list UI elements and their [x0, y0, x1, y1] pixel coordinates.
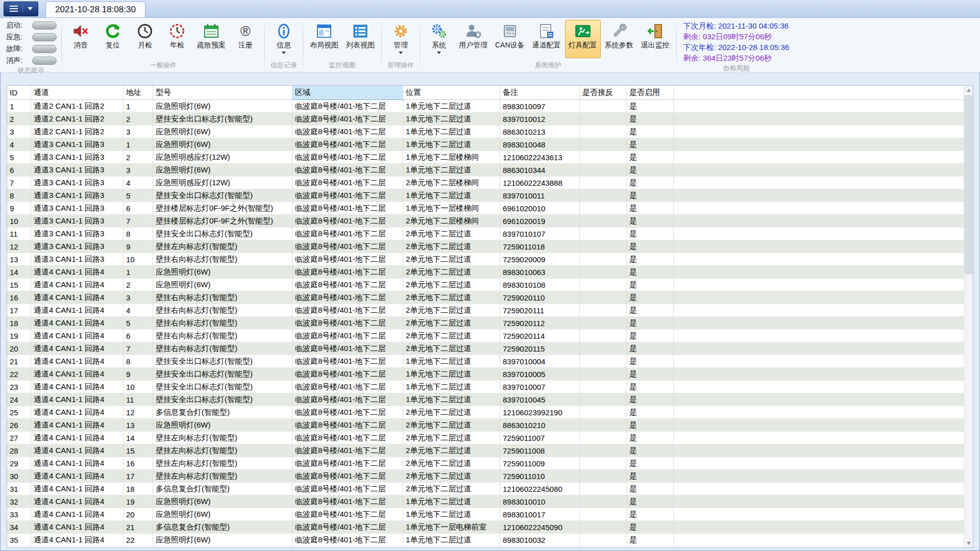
cell-reversed[interactable] [580, 432, 627, 444]
cell-area[interactable]: 临波庭8号楼/401-地下二层 [292, 381, 403, 393]
cell-reversed[interactable] [580, 291, 627, 304]
cell-enabled[interactable]: 是 [627, 304, 674, 317]
cell-id[interactable]: 15 [7, 279, 31, 291]
cell-channel[interactable]: 通道4 CAN1-1 回路4 [31, 342, 124, 355]
cell-channel[interactable]: 通道3 CAN1-1 回路3 [31, 228, 124, 240]
cell-remark[interactable]: 8983010032 [500, 534, 580, 546]
cell-remark[interactable]: 8397010045 [500, 393, 580, 406]
cell-area[interactable]: 临波庭8号楼/401-地下二层 [292, 521, 403, 534]
cell-remark[interactable]: 7259011007 [500, 432, 580, 444]
cell-position[interactable]: 2单元地下二层过道 [403, 419, 500, 432]
cell-id[interactable]: 1 [7, 100, 31, 113]
cell-reversed[interactable] [580, 495, 627, 508]
cell-area[interactable]: 临波庭8号楼/401-地下二层 [292, 406, 403, 419]
cell-address[interactable]: 2 [124, 113, 153, 126]
cell-remark[interactable]: 6961020010 [500, 202, 580, 215]
cell-position[interactable]: 1单元地下二层过道 [403, 495, 500, 508]
cell-id[interactable]: 6 [7, 164, 31, 177]
cell-area[interactable]: 临波庭8号楼/401-地下二层 [292, 151, 403, 164]
cell-remark[interactable]: 8397010012 [500, 113, 580, 126]
cell-enabled[interactable]: 是 [627, 393, 674, 406]
cell-enabled[interactable]: 是 [627, 279, 674, 291]
cell-address[interactable]: 20 [124, 508, 153, 521]
table-row[interactable]: 3通道2 CAN1-1 回路23应急照明灯(6W)临波庭8号楼/401-地下二层… [7, 126, 964, 138]
cell-address[interactable]: 5 [124, 317, 153, 330]
cell-reversed[interactable] [580, 177, 627, 189]
table-row[interactable]: 31通道4 CAN1-1 回路418多信息复合灯(智能型)临波庭8号楼/401-… [7, 483, 964, 495]
cell-channel[interactable]: 通道4 CAN1-1 回路4 [31, 495, 124, 508]
cell-remark[interactable]: 8397010004 [500, 355, 580, 368]
cell-position[interactable]: 1单元地下二层过道 [403, 100, 500, 113]
cell-model[interactable]: 壁挂左向标志灯(智能型) [153, 240, 292, 253]
cell-channel[interactable]: 通道3 CAN1-1 回路3 [31, 240, 124, 253]
cell-remark[interactable]: 8983010010 [500, 495, 580, 508]
cell-id[interactable]: 12 [7, 240, 31, 253]
channel-config-button[interactable]: 通道配置 [529, 20, 565, 58]
cell-area[interactable]: 临波庭8号楼/401-地下二层 [292, 393, 403, 406]
cell-remark[interactable]: 8983010048 [500, 138, 580, 151]
cell-reversed[interactable] [580, 228, 627, 240]
cell-id[interactable]: 33 [7, 508, 31, 521]
table-row[interactable]: 10通道3 CAN1-1 回路37壁挂楼层标志灯0F-9F之外(智能型)临波庭8… [7, 215, 964, 228]
cell-remark[interactable]: 12106022245080 [500, 483, 580, 495]
cell-remark[interactable]: 8983010108 [500, 279, 580, 291]
cell-channel[interactable]: 通道4 CAN1-1 回路4 [31, 470, 124, 483]
cell-enabled[interactable]: 是 [627, 483, 674, 495]
cell-position[interactable]: 1单元地下二层楼梯间 [403, 151, 500, 164]
cell-remark[interactable]: 7259020115 [500, 342, 580, 355]
cell-channel[interactable]: 通道3 CAN1-1 回路3 [31, 177, 124, 189]
cell-reversed[interactable] [580, 202, 627, 215]
cell-model[interactable]: 应急照明灯(6W) [153, 266, 292, 279]
cell-id[interactable]: 32 [7, 495, 31, 508]
cell-channel[interactable]: 通道4 CAN1-1 回路4 [31, 406, 124, 419]
cell-remark[interactable]: 8397010011 [500, 189, 580, 202]
cell-remark[interactable]: 7259020112 [500, 317, 580, 330]
can-device-button[interactable]: CAN设备 [492, 20, 528, 58]
cell-remark[interactable]: 7259020009 [500, 253, 580, 266]
cell-reversed[interactable] [580, 521, 627, 534]
cell-address[interactable]: 9 [124, 240, 153, 253]
cell-reversed[interactable] [580, 330, 627, 342]
cell-position[interactable]: 2单元地下二层过道 [403, 406, 500, 419]
cell-id[interactable]: 23 [7, 381, 31, 393]
cell-model[interactable]: 壁挂楼层标志灯0F-9F之外(智能型) [153, 215, 292, 228]
cell-reversed[interactable] [580, 151, 627, 164]
cell-channel[interactable]: 通道3 CAN1-1 回路3 [31, 253, 124, 266]
cell-id[interactable]: 27 [7, 432, 31, 444]
cell-reversed[interactable] [580, 240, 627, 253]
column-header-address[interactable]: 地址 [124, 86, 153, 100]
cell-model[interactable]: 壁挂安全出口标志灯(智能型) [153, 393, 292, 406]
cell-model[interactable]: 壁挂安全出口标志灯(智能型) [153, 368, 292, 381]
cell-area[interactable]: 临波庭8号楼/401-地下二层 [292, 495, 403, 508]
cell-address[interactable]: 1 [124, 266, 153, 279]
cell-enabled[interactable]: 是 [627, 126, 674, 138]
cell-address[interactable]: 18 [124, 483, 153, 495]
cell-remark[interactable]: 8397010005 [500, 368, 580, 381]
table-row[interactable]: 17通道4 CAN1-1 回路44壁挂右向标志灯(智能型)临波庭8号楼/401-… [7, 304, 964, 317]
cell-position[interactable]: 2单元地下二层过道 [403, 432, 500, 444]
cell-enabled[interactable]: 是 [627, 330, 674, 342]
cell-address[interactable]: 9 [124, 368, 153, 381]
cell-reversed[interactable] [580, 444, 627, 457]
cell-remark[interactable]: 7259020111 [500, 304, 580, 317]
scroll-up-button[interactable] [964, 86, 973, 94]
cell-address[interactable]: 21 [124, 521, 153, 534]
cell-channel[interactable]: 通道4 CAN1-1 回路4 [31, 432, 124, 444]
cell-reversed[interactable] [580, 342, 627, 355]
cell-area[interactable]: 临波庭8号楼/401-地下二层 [292, 457, 403, 470]
cell-reversed[interactable] [580, 138, 627, 151]
cell-model[interactable]: 壁挂左向标志灯(智能型) [153, 470, 292, 483]
cell-reversed[interactable] [580, 215, 627, 228]
cell-remark[interactable]: 8983010063 [500, 266, 580, 279]
cell-address[interactable]: 14 [124, 432, 153, 444]
manage-button[interactable]: 管理 [385, 20, 416, 58]
cell-model[interactable]: 壁挂安全出口标志灯(智能型) [153, 113, 292, 126]
cell-area[interactable]: 临波庭8号楼/401-地下二层 [292, 330, 403, 342]
cell-id[interactable]: 19 [7, 330, 31, 342]
table-row[interactable]: 34通道4 CAN1-1 回路421多信息复合灯(智能型)临波庭8号楼/401-… [7, 521, 964, 534]
table-row[interactable]: 20通道4 CAN1-1 回路47壁挂右向标志灯(智能型)临波庭8号楼/401-… [7, 342, 964, 355]
cell-position[interactable]: 1单元地下二层过道 [403, 381, 500, 393]
cell-enabled[interactable]: 是 [627, 266, 674, 279]
cell-enabled[interactable]: 是 [627, 381, 674, 393]
cell-area[interactable]: 临波庭8号楼/401-地下二层 [292, 355, 403, 368]
